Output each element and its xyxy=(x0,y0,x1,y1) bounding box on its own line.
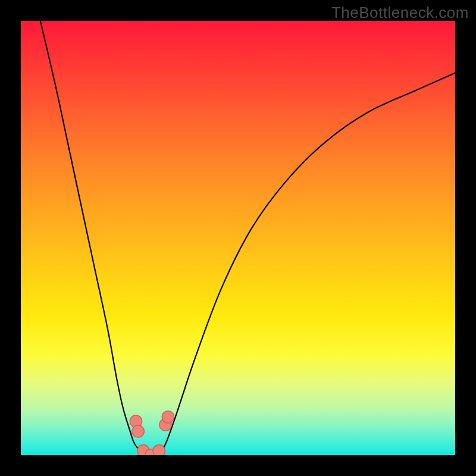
data-marker xyxy=(153,444,165,455)
chart-frame: TheBottleneck.com xyxy=(0,0,476,476)
curve-layer xyxy=(21,21,455,455)
curve-right-branch xyxy=(160,73,455,454)
data-marker xyxy=(162,411,174,423)
marker-group xyxy=(130,411,174,455)
curve-left-branch xyxy=(40,21,145,454)
data-marker xyxy=(132,425,144,437)
watermark-text: TheBottleneck.com xyxy=(331,4,469,22)
